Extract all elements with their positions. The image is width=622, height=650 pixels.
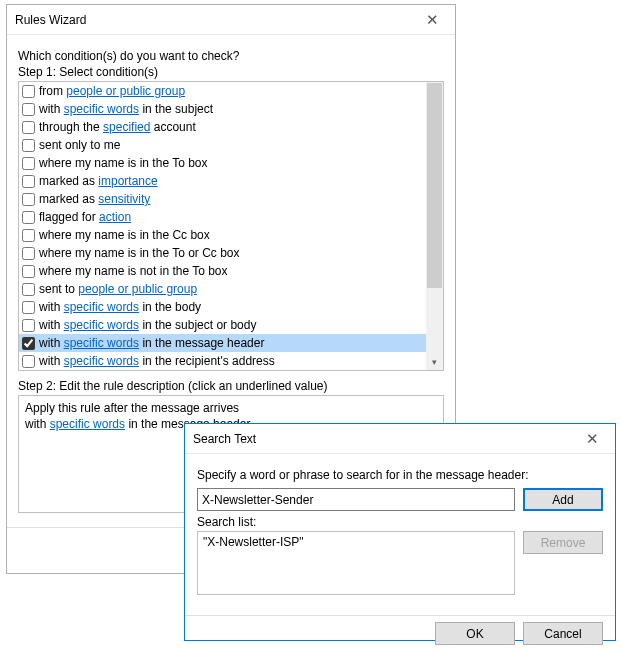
conditions-scrollbar[interactable]: ▾ (426, 82, 443, 370)
search-list-item[interactable]: "X-Newsletter-ISP" (203, 535, 509, 549)
search-prompt: Specify a word or phrase to search for i… (197, 468, 603, 482)
condition-item[interactable]: from people or public group (19, 82, 426, 100)
search-title: Search Text (193, 432, 256, 446)
conditions-box: from people or public groupwith specific… (18, 81, 444, 371)
condition-checkbox[interactable] (22, 337, 35, 350)
condition-link[interactable]: specific words (64, 102, 139, 116)
condition-item[interactable]: sent to people or public group (19, 280, 426, 298)
condition-link[interactable]: specific words (64, 354, 139, 368)
cancel-button[interactable]: Cancel (523, 622, 603, 645)
close-icon[interactable]: ✕ (410, 5, 455, 34)
search-text-dialog: Search Text ✕ Specify a word or phrase t… (184, 423, 616, 641)
chevron-down-icon[interactable]: ▾ (426, 353, 443, 370)
condition-checkbox[interactable] (22, 211, 35, 224)
condition-checkbox[interactable] (22, 265, 35, 278)
condition-label: with specific words in the recipient's a… (39, 354, 275, 368)
condition-checkbox[interactable] (22, 175, 35, 188)
condition-checkbox[interactable] (22, 301, 35, 314)
condition-label: where my name is not in the To box (39, 264, 228, 278)
search-footer: OK Cancel (185, 615, 615, 650)
condition-link[interactable]: people or public group (78, 282, 197, 296)
condition-item[interactable]: with specific words in the message heade… (19, 334, 426, 352)
condition-label: with specific words in the body (39, 300, 201, 314)
search-input[interactable] (197, 488, 515, 511)
condition-item[interactable]: through the specified account (19, 118, 426, 136)
search-list-label: Search list: (197, 515, 603, 529)
condition-item[interactable]: sent only to me (19, 136, 426, 154)
remove-button[interactable]: Remove (523, 531, 603, 554)
condition-checkbox[interactable] (22, 283, 35, 296)
step2-label: Step 2: Edit the rule description (click… (18, 379, 444, 393)
step1-label: Step 1: Select condition(s) (18, 65, 444, 79)
condition-checkbox[interactable] (22, 103, 35, 116)
scrollbar-thumb[interactable] (427, 83, 442, 288)
condition-item[interactable]: where my name is in the Cc box (19, 226, 426, 244)
condition-item[interactable]: with specific words in the subject (19, 100, 426, 118)
condition-item[interactable]: with specific words in the subject or bo… (19, 316, 426, 334)
rules-titlebar: Rules Wizard ✕ (7, 5, 455, 35)
condition-link[interactable]: specific words (64, 300, 139, 314)
condition-label: sent only to me (39, 138, 120, 152)
ok-button[interactable]: OK (435, 622, 515, 645)
condition-label: where my name is in the To or Cc box (39, 246, 240, 260)
condition-item[interactable]: marked as sensitivity (19, 190, 426, 208)
rules-title: Rules Wizard (15, 13, 86, 27)
close-icon[interactable]: ✕ (570, 424, 615, 453)
condition-label: with specific words in the message heade… (39, 336, 264, 350)
condition-link[interactable]: people or public group (66, 84, 185, 98)
condition-checkbox[interactable] (22, 319, 35, 332)
condition-item[interactable]: marked as importance (19, 172, 426, 190)
search-titlebar: Search Text ✕ (185, 424, 615, 454)
condition-label: marked as importance (39, 174, 158, 188)
desc-line1: Apply this rule after the message arrive… (25, 400, 437, 416)
condition-checkbox[interactable] (22, 121, 35, 134)
condition-label: where my name is in the Cc box (39, 228, 210, 242)
condition-checkbox[interactable] (22, 355, 35, 368)
condition-checkbox[interactable] (22, 229, 35, 242)
condition-link[interactable]: importance (98, 174, 157, 188)
condition-checkbox[interactable] (22, 139, 35, 152)
condition-link[interactable]: specific words (64, 336, 139, 350)
condition-checkbox[interactable] (22, 85, 35, 98)
condition-link[interactable]: action (99, 210, 131, 224)
conditions-list[interactable]: from people or public groupwith specific… (19, 82, 426, 370)
desc-link-specific-words[interactable]: specific words (50, 417, 125, 431)
condition-label: with specific words in the subject (39, 102, 213, 116)
condition-label: with specific words in the subject or bo… (39, 318, 256, 332)
condition-item[interactable]: with specific words in the body (19, 298, 426, 316)
condition-checkbox[interactable] (22, 193, 35, 206)
condition-link[interactable]: sensitivity (98, 192, 150, 206)
search-list[interactable]: "X-Newsletter-ISP" (197, 531, 515, 595)
condition-link[interactable]: specific words (64, 318, 139, 332)
condition-item[interactable]: where my name is in the To or Cc box (19, 244, 426, 262)
condition-link[interactable]: specified (103, 120, 150, 134)
condition-item[interactable]: flagged for action (19, 208, 426, 226)
condition-checkbox[interactable] (22, 247, 35, 260)
condition-label: sent to people or public group (39, 282, 197, 296)
condition-label: from people or public group (39, 84, 185, 98)
condition-label: flagged for action (39, 210, 131, 224)
rules-prompt: Which condition(s) do you want to check? (18, 49, 444, 63)
condition-label: where my name is in the To box (39, 156, 208, 170)
condition-item[interactable]: where my name is in the To box (19, 154, 426, 172)
condition-item[interactable]: with specific words in the recipient's a… (19, 352, 426, 370)
condition-label: marked as sensitivity (39, 192, 150, 206)
add-button[interactable]: Add (523, 488, 603, 511)
condition-item[interactable]: where my name is not in the To box (19, 262, 426, 280)
condition-checkbox[interactable] (22, 157, 35, 170)
condition-label: through the specified account (39, 120, 196, 134)
